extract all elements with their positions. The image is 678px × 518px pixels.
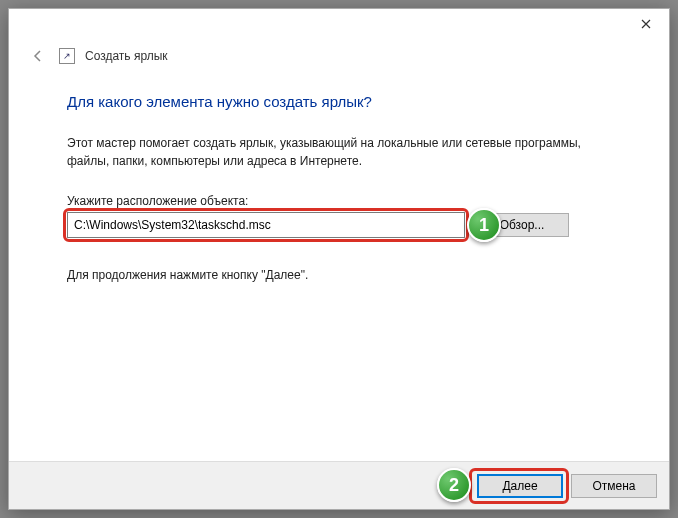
close-icon (641, 19, 651, 29)
path-input[interactable] (67, 212, 465, 238)
path-label: Укажите расположение объекта: (67, 194, 611, 208)
cancel-button[interactable]: Отмена (571, 474, 657, 498)
header-row: ↗ Создать ярлык (9, 39, 669, 67)
footer: Далее Отмена 2 (9, 461, 669, 509)
back-button[interactable] (27, 45, 49, 67)
shortcut-icon: ↗ (59, 48, 75, 64)
arrow-left-icon (30, 48, 46, 64)
wizard-window: ↗ Создать ярлык Для какого элемента нужн… (8, 8, 670, 510)
wizard-title: Создать ярлык (85, 49, 168, 63)
continue-hint: Для продолжения нажмите кнопку "Далее". (67, 268, 611, 282)
next-button[interactable]: Далее (477, 474, 563, 498)
titlebar (9, 9, 669, 39)
wizard-description: Этот мастер помогает создать ярлык, указ… (67, 134, 611, 170)
close-button[interactable] (623, 9, 669, 39)
content-area: Для какого элемента нужно создать ярлык?… (9, 67, 669, 461)
page-heading: Для какого элемента нужно создать ярлык? (67, 93, 611, 110)
input-row: Обзор... 1 (67, 212, 611, 238)
browse-button[interactable]: Обзор... (475, 213, 569, 237)
annotation-marker-2: 2 (437, 468, 471, 502)
path-input-wrapper (67, 212, 465, 238)
